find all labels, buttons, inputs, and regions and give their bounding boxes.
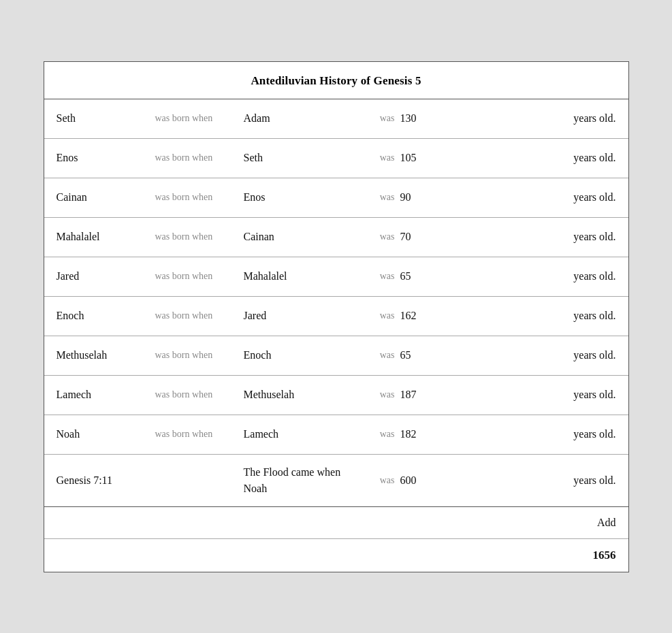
row-was-label: was (370, 231, 400, 242)
row-age: 65 (400, 349, 445, 361)
row-years-label: years old. (445, 112, 616, 125)
row-years-label: years old. (445, 474, 616, 487)
table-title: Antediluvian History of Genesis 5 (44, 62, 628, 99)
row-age: 70 (400, 231, 445, 243)
table-row: Enochwas born whenJaredwas162years old. (44, 297, 628, 336)
table-row: Mahalalelwas born whenCainanwas70years o… (44, 218, 628, 257)
row-years-label: years old. (445, 349, 616, 361)
row-age: 162 (400, 310, 445, 322)
row-years-label: years old. (445, 231, 616, 243)
row-was-label: was (370, 113, 400, 124)
row-name: Enoch (57, 310, 155, 322)
table-row: Genesis 7:11The Flood came whenNoahwas60… (44, 455, 628, 507)
row-parent: Enoch (244, 349, 370, 361)
row-years-label: years old. (445, 428, 616, 440)
main-table: Antediluvian History of Genesis 5 Sethwa… (44, 61, 629, 572)
row-years-label: years old. (445, 152, 616, 164)
row-age: 90 (400, 191, 445, 204)
row-was-label: was (370, 152, 400, 163)
row-was-born-label: was born when (155, 429, 244, 440)
row-was-born-label: was born when (155, 231, 244, 242)
row-parent: Jared (244, 310, 370, 322)
table-row: Methuselahwas born whenEnochwas65years o… (44, 336, 628, 376)
row-parent: Seth (244, 152, 370, 164)
row-was-born-label: was born when (155, 152, 244, 163)
total-value: 1656 (593, 549, 616, 562)
row-name: Jared (57, 270, 155, 282)
row-age: 105 (400, 152, 445, 164)
row-years-label: years old. (445, 191, 616, 204)
row-years-label: years old. (445, 270, 616, 282)
row-name: Methuselah (57, 349, 155, 361)
row-name: Noah (57, 428, 155, 440)
row-was-born-label: was born when (155, 113, 244, 124)
row-name: Mahalalel (57, 231, 155, 243)
row-age: 187 (400, 389, 445, 401)
row-parent: Enos (244, 191, 370, 204)
row-was-label: was (370, 389, 400, 400)
row-parent: Cainan (244, 231, 370, 243)
row-was-born-label: was born when (155, 310, 244, 321)
row-was-born-label: was born when (155, 389, 244, 400)
row-name: Enos (57, 152, 155, 164)
row-was-label: was (370, 475, 400, 486)
row-parent: Adam (244, 112, 370, 125)
row-parent: Mahalalel (244, 270, 370, 282)
row-parent: Methuselah (244, 389, 370, 401)
row-was-label: was (370, 350, 400, 361)
row-was-born-label: was born when (155, 192, 244, 203)
row-was-born-label: was born when (155, 350, 244, 361)
row-parent: Lamech (244, 428, 370, 440)
row-was-label: was (370, 192, 400, 203)
row-name: Cainan (57, 191, 155, 204)
add-label: Add (597, 517, 616, 529)
row-age: 130 (400, 112, 445, 125)
table-row: Cainanwas born whenEnoswas90years old. (44, 178, 628, 218)
row-age: 600 (400, 474, 445, 487)
row-name: Genesis 7:11 (57, 474, 155, 487)
row-was-label: was (370, 429, 400, 440)
row-age: 65 (400, 270, 445, 282)
row-age: 182 (400, 428, 445, 440)
table-row: Sethwas born whenAdamwas130years old. (44, 99, 628, 139)
footer-add-row: Add (44, 507, 628, 539)
row-years-label: years old. (445, 389, 616, 401)
row-name: Lamech (57, 389, 155, 401)
table-row: Jaredwas born whenMahalalelwas65years ol… (44, 257, 628, 297)
row-was-born-label: was born when (155, 271, 244, 282)
row-name: Seth (57, 112, 155, 125)
footer-total-row: 1656 (44, 539, 628, 572)
table-row: Noahwas born whenLamechwas182years old. (44, 415, 628, 455)
table-row: Enoswas born whenSethwas105years old. (44, 139, 628, 178)
row-years-label: years old. (445, 310, 616, 322)
row-was-label: was (370, 271, 400, 282)
row-parent: The Flood came whenNoah (244, 464, 370, 497)
row-was-label: was (370, 310, 400, 321)
table-row: Lamechwas born whenMethuselahwas187years… (44, 376, 628, 415)
